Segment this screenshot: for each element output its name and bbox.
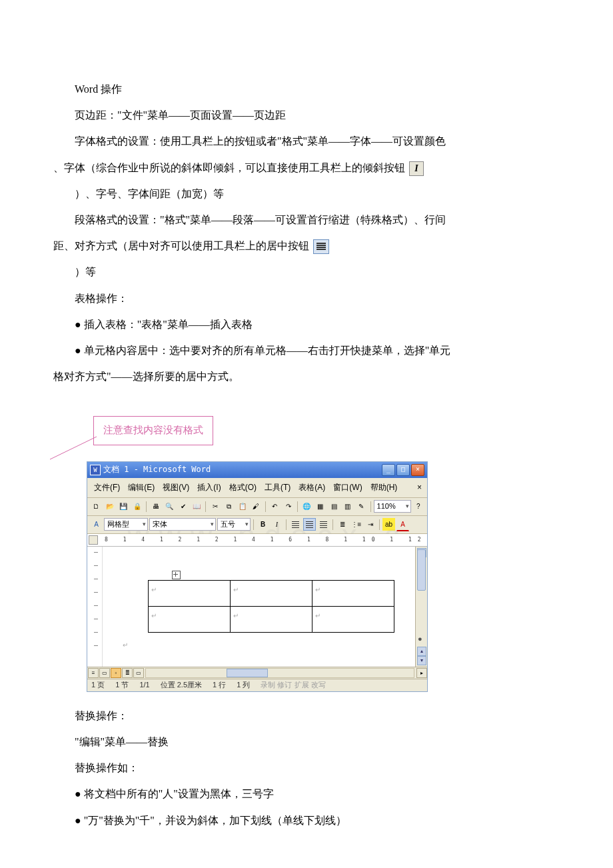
scroll-thumb[interactable] xyxy=(417,549,426,591)
bullets-button[interactable]: ⋮≡ xyxy=(350,518,362,531)
maximize-button[interactable]: □ xyxy=(396,464,410,476)
spell-icon[interactable]: ✔ xyxy=(177,500,189,513)
bullet-cell-align-2: 格对齐方式"——选择所要的居中方式。 xyxy=(53,366,560,387)
hyperlink-icon[interactable]: 🌐 xyxy=(301,500,313,513)
status-page: 1 页 xyxy=(91,678,105,692)
ruler-ticks: 8 1 4 1 2 1 2 1 4 1 6 1 8 1 10 1 12 1 14… xyxy=(102,534,412,546)
browse-object-button[interactable]: ● xyxy=(418,632,422,646)
outline-view-button[interactable]: ≣ xyxy=(122,668,133,678)
new-icon[interactable]: 🗋 xyxy=(90,500,103,513)
para-paragraph-line2-text: 距、对齐方式（居中对齐可以使用工具栏上的居中按钮 xyxy=(53,240,309,251)
menu-tools[interactable]: 工具(T) xyxy=(261,480,295,495)
print-view-button[interactable]: ▫ xyxy=(111,668,121,678)
italic-button[interactable]: I xyxy=(271,518,283,531)
align-left-button[interactable] xyxy=(289,518,302,531)
menu-edit[interactable]: 编辑(E) xyxy=(124,480,159,495)
callout-box: 注意查找内容没有格式 xyxy=(93,416,213,445)
callout-leader-line xyxy=(50,437,97,459)
para-margin: 页边距："文件"菜单——页面设置——页边距 xyxy=(53,105,560,125)
font-dropdown[interactable]: 宋体 xyxy=(149,518,216,531)
align-right-button[interactable] xyxy=(317,518,330,531)
normal-view-button[interactable]: ≡ xyxy=(88,668,99,678)
window-title: 文档 1 - Microsoft Word xyxy=(103,462,382,477)
undo-icon[interactable]: ↶ xyxy=(269,500,281,513)
web-view-button[interactable]: ▭ xyxy=(99,668,110,678)
inserted-table[interactable]: ↵ ↵ ↵ ↵ ↵ ↵ xyxy=(148,580,394,633)
status-modes: 录制 修订 扩展 改写 xyxy=(261,678,325,692)
word-app-icon: W xyxy=(90,465,101,475)
status-line: 1 行 xyxy=(213,678,226,692)
insert-table-icon[interactable]: ▤ xyxy=(328,500,340,513)
reading-view-button[interactable]: ▭ xyxy=(133,668,144,678)
para-replace-path: "编辑"菜单——替换 xyxy=(53,731,560,752)
menu-file[interactable]: 文件(F) xyxy=(90,480,124,495)
menu-help[interactable]: 帮助(H) xyxy=(366,480,402,495)
hscroll-track[interactable] xyxy=(145,668,414,678)
menu-format[interactable]: 格式(O) xyxy=(225,480,261,495)
formatting-toolbar: A 网格型 宋体 五号 B I ≣ ⋮≡ ⇥ ab A xyxy=(87,516,427,534)
font-color-button[interactable]: A xyxy=(396,518,409,531)
size-dropdown[interactable]: 五号 xyxy=(217,518,251,531)
prev-page-button[interactable]: ▴ xyxy=(417,647,426,656)
table-row[interactable]: ↵ ↵ ↵ xyxy=(149,580,394,606)
save-icon[interactable]: 💾 xyxy=(117,500,130,513)
menu-insert[interactable]: 插入(I) xyxy=(193,480,225,495)
zoom-dropdown[interactable]: 110% xyxy=(374,500,411,513)
status-pages: 1/1 xyxy=(139,678,149,692)
bold-button[interactable]: B xyxy=(257,518,269,531)
horizontal-ruler[interactable]: 8 1 4 1 2 1 2 1 4 1 6 1 8 1 10 1 12 1 14… xyxy=(87,534,427,547)
style-dropdown[interactable]: 网格型 xyxy=(104,518,148,531)
standard-toolbar: 🗋 📂 💾 🔒 🖶 🔍 ✔ 📖 ✂ ⧉ 📋 🖌 ↶ ↷ 🌐 ▦ ▤ ▥ ✎ 11… xyxy=(87,498,427,516)
bullet-replace-1: ● 将文档中所有的"人"设置为黑体，三号字 xyxy=(53,783,560,804)
status-position: 位置 2.5厘米 xyxy=(161,678,202,692)
menu-window[interactable]: 窗口(W) xyxy=(329,480,366,495)
para-font-line1: 字体格式的设置：使用工具栏上的按钮或者"格式"菜单——字体——可设置颜色 xyxy=(53,131,560,151)
word-window: www.bdocx.c W 文档 1 - Microsoft Word _ □ … xyxy=(87,461,428,692)
para-paragraph-line2: 距、对齐方式（居中对齐可以使用工具栏上的居中按钮 xyxy=(53,235,560,256)
menu-view[interactable]: 视图(V) xyxy=(159,480,193,495)
drawing-icon[interactable]: ✎ xyxy=(355,500,368,513)
bullet-replace-2: ● "万"替换为"千"，并设为斜体，加下划线（单线下划线） xyxy=(53,810,560,831)
copy-icon[interactable]: ⧉ xyxy=(223,500,235,513)
table-move-handle[interactable] xyxy=(172,571,181,579)
preview-icon[interactable]: 🔍 xyxy=(163,500,176,513)
para-paragraph-line1: 段落格式的设置："格式"菜单——段落——可设置首行缩进（特殊格式）、行间 xyxy=(53,209,560,230)
tab-selector[interactable] xyxy=(89,535,98,545)
open-icon[interactable]: 📂 xyxy=(104,500,117,513)
indent-button[interactable]: ⇥ xyxy=(364,518,376,531)
vertical-ruler[interactable] xyxy=(87,547,103,667)
tables-borders-icon[interactable]: ▦ xyxy=(314,500,326,513)
doc-close-button[interactable]: × xyxy=(414,480,424,495)
para-font-line2: 、字体（综合作业中所说的斜体即倾斜，可以直接使用工具栏上的倾斜按钮 xyxy=(53,157,560,178)
document-canvas[interactable]: ↵ ↵ ↵ ↵ ↵ ↵ ↵ xyxy=(103,547,415,667)
menu-table[interactable]: 表格(A) xyxy=(295,480,329,495)
align-center-button[interactable] xyxy=(303,518,316,531)
format-painter-icon[interactable]: 🖌 xyxy=(250,500,263,513)
permission-icon[interactable]: 🔒 xyxy=(131,500,144,513)
horizontal-scrollbar[interactable]: ≡ ▭ ▫ ≣ ▭ ▸ xyxy=(87,667,427,679)
table-row[interactable]: ↵ ↵ ↵ xyxy=(149,606,394,632)
bullet-cell-align-1: ● 单元格内容居中：选中要对齐的所有单元格——右击打开快捷菜单，选择"单元 xyxy=(53,340,560,361)
hscroll-right-button[interactable]: ▸ xyxy=(416,668,427,678)
help-icon[interactable]: ? xyxy=(412,500,425,513)
next-page-button[interactable]: ▾ xyxy=(417,656,426,665)
research-icon[interactable]: 📖 xyxy=(191,500,203,513)
highlight-button[interactable]: ab xyxy=(382,518,395,531)
paste-icon[interactable]: 📋 xyxy=(237,500,249,513)
print-icon[interactable]: 🖶 xyxy=(149,500,162,513)
numbering-button[interactable]: ≣ xyxy=(336,518,348,531)
hscroll-thumb[interactable] xyxy=(227,669,268,677)
bullet-insert-table: ● 插入表格："表格"菜单——插入表格 xyxy=(53,314,560,335)
svg-line-0 xyxy=(50,437,97,459)
vertical-scrollbar[interactable]: ▴ ● ▴ ▾ xyxy=(415,547,427,667)
status-column: 1 列 xyxy=(237,678,250,692)
columns-icon[interactable]: ▥ xyxy=(341,500,354,513)
styles-icon[interactable]: A xyxy=(90,518,103,531)
center-align-icon xyxy=(313,239,329,254)
redo-icon[interactable]: ↷ xyxy=(282,500,295,513)
para-font-line2-text: 、字体（综合作业中所说的斜体即倾斜，可以直接使用工具栏上的倾斜按钮 xyxy=(53,162,405,173)
minimize-button[interactable]: _ xyxy=(382,464,395,476)
cut-icon[interactable]: ✂ xyxy=(209,500,221,513)
para-replace-eg: 替换操作如： xyxy=(53,757,560,778)
close-button[interactable]: × xyxy=(411,464,424,476)
